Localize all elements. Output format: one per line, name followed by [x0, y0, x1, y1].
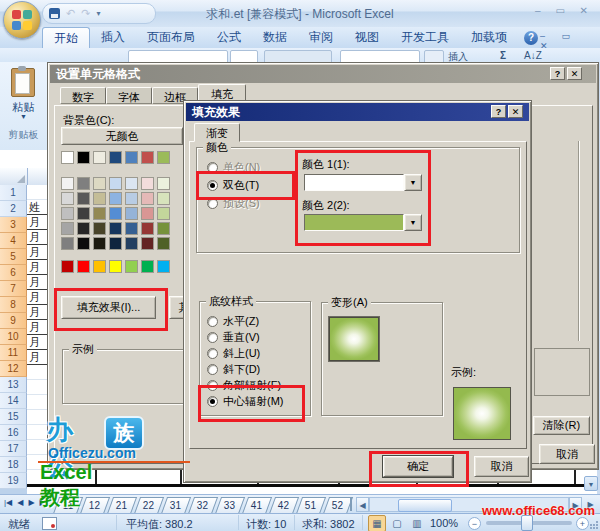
cell-a13[interactable]: [27, 365, 47, 380]
row-header-4[interactable]: 4: [0, 233, 27, 249]
color-swatch[interactable]: [61, 222, 74, 235]
color-swatch[interactable]: [109, 260, 122, 273]
color-swatch[interactable]: [77, 260, 90, 273]
color-swatch[interactable]: [109, 177, 122, 190]
color-swatch[interactable]: [61, 207, 74, 220]
fill-effects-help-icon[interactable]: ?: [491, 105, 506, 118]
sheet-tab-41[interactable]: 41: [242, 497, 272, 514]
color-swatch[interactable]: [157, 207, 170, 220]
color-swatch[interactable]: [93, 177, 106, 190]
row-header-12[interactable]: 12: [0, 361, 27, 377]
undo-icon[interactable]: ↶: [66, 8, 75, 19]
color-swatch[interactable]: [157, 222, 170, 235]
color-swatch[interactable]: [141, 177, 154, 190]
clear-button[interactable]: 清除(R): [533, 416, 590, 435]
sheet-tab-32[interactable]: 32: [188, 497, 218, 514]
color-swatch[interactable]: [77, 237, 90, 250]
no-color-button[interactable]: 无颜色: [61, 127, 183, 145]
row-header-13[interactable]: 13: [0, 377, 27, 393]
color-swatch[interactable]: [61, 192, 74, 205]
row-header-19[interactable]: 19: [0, 473, 27, 489]
color-swatch[interactable]: [141, 260, 154, 273]
color-swatch[interactable]: [141, 192, 154, 205]
color-swatch[interactable]: [125, 192, 138, 205]
cell-a6[interactable]: 月: [27, 260, 47, 275]
paste-dropdown-icon[interactable]: ▼: [0, 113, 47, 120]
cell-a2[interactable]: 姓: [27, 200, 47, 215]
color-swatch[interactable]: [93, 260, 106, 273]
number-format-box[interactable]: [340, 50, 420, 62]
color-swatch[interactable]: [157, 192, 170, 205]
row-header-5[interactable]: 5: [0, 249, 27, 265]
color-swatch[interactable]: [157, 237, 170, 250]
color-swatch[interactable]: [77, 207, 90, 220]
zoom-out-icon[interactable]: −: [468, 517, 481, 530]
cell-a5[interactable]: 月: [27, 245, 47, 260]
cell-a15[interactable]: [27, 395, 47, 410]
font-name-box[interactable]: [128, 50, 228, 62]
tab-gradient[interactable]: 渐变: [194, 123, 240, 142]
radio-垂直(V)[interactable]: 垂直(V): [207, 330, 260, 345]
view-button-0[interactable]: ▦: [368, 515, 386, 531]
color-swatch[interactable]: [61, 177, 74, 190]
cell-a16[interactable]: [27, 410, 47, 425]
ribbon-tab-开始[interactable]: 开始: [42, 27, 90, 49]
ribbon-tab-审阅[interactable]: 审阅: [298, 27, 344, 48]
cell-a1[interactable]: [27, 185, 47, 200]
color-swatch[interactable]: [125, 237, 138, 250]
cell-a17[interactable]: [27, 425, 47, 440]
ribbon-tab-开发工具[interactable]: 开发工具: [390, 27, 460, 48]
ribbon-tab-页面布局[interactable]: 页面布局: [136, 27, 206, 48]
color-swatch[interactable]: [77, 192, 90, 205]
fill-effects-close-icon[interactable]: ✕: [508, 105, 523, 118]
row-header-15[interactable]: 15: [0, 409, 27, 425]
sort-filter-icon[interactable]: A↓Z: [524, 50, 542, 61]
cell-a14[interactable]: [27, 380, 47, 395]
office-button[interactable]: [3, 1, 41, 39]
color-swatch[interactable]: [157, 177, 170, 190]
font-size-box[interactable]: [230, 50, 258, 62]
radio-circle-icon[interactable]: [207, 332, 218, 343]
color-swatch[interactable]: [109, 222, 122, 235]
color-swatch[interactable]: [93, 151, 106, 164]
color-swatch[interactable]: [109, 192, 122, 205]
sheet-nav-icon[interactable]: ▶: [28, 498, 34, 507]
format-cells-close-icon[interactable]: ✕: [567, 67, 582, 80]
color-swatch[interactable]: [93, 222, 106, 235]
autosum-icon[interactable]: Σ: [500, 50, 506, 61]
row-header-16[interactable]: 16: [0, 425, 27, 441]
sheet-nav-icon[interactable]: ◀: [17, 498, 23, 507]
row-header-18[interactable]: 18: [0, 457, 27, 473]
format-cells-help-icon[interactable]: ?: [550, 67, 565, 80]
fill-effects-cancel-button[interactable]: 取消: [474, 456, 529, 477]
color-swatch[interactable]: [61, 237, 74, 250]
row-header-6[interactable]: 6: [0, 265, 27, 281]
scroll-down-icon[interactable]: ▼: [584, 476, 598, 491]
radio-circle-icon[interactable]: [207, 348, 218, 359]
redo-icon[interactable]: ↷: [81, 8, 90, 19]
cell-a12[interactable]: 月: [27, 350, 47, 365]
radio-circle-icon[interactable]: [207, 316, 218, 327]
row-header-8[interactable]: 8: [0, 297, 27, 313]
cell-a9[interactable]: 月: [27, 305, 47, 320]
color-swatch[interactable]: [109, 151, 122, 164]
format-cells-cancel-button[interactable]: 取消: [539, 444, 595, 464]
row-header-3[interactable]: 3: [0, 217, 27, 233]
row-header-2[interactable]: 2: [0, 201, 27, 217]
row-header-10[interactable]: 10: [0, 329, 27, 345]
cell-a3[interactable]: 月: [27, 215, 47, 230]
variant-sample-selected[interactable]: [329, 317, 379, 361]
ribbon-tab-插入[interactable]: 插入: [90, 27, 136, 48]
ribbon-tab-公式[interactable]: 公式: [206, 27, 252, 48]
sheet-tab-33[interactable]: 33: [215, 497, 245, 514]
color-swatch[interactable]: [141, 207, 154, 220]
cell-a7[interactable]: 月: [27, 275, 47, 290]
color-swatch[interactable]: [93, 207, 106, 220]
color-swatch[interactable]: [125, 222, 138, 235]
color-swatch[interactable]: [109, 207, 122, 220]
row-header-14[interactable]: 14: [0, 393, 27, 409]
hscroll-thumb[interactable]: [398, 499, 452, 512]
ribbon-tab-数据[interactable]: 数据: [252, 27, 298, 48]
radio-水平(Z)[interactable]: 水平(Z): [207, 314, 259, 329]
color-swatch[interactable]: [109, 237, 122, 250]
